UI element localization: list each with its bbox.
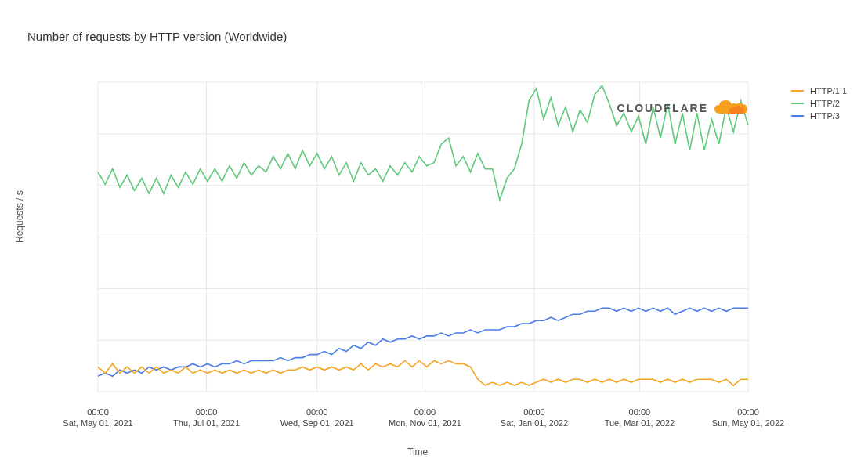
- cloud-icon: [713, 98, 750, 118]
- legend: HTTP/1.1HTTP/2HTTP/3: [791, 86, 847, 124]
- legend-swatch: [791, 115, 804, 117]
- x-tick-label: 00:00Sun, May 01, 2022: [712, 407, 784, 429]
- legend-swatch: [791, 103, 804, 104]
- series-http-3: [98, 308, 748, 376]
- x-tick-label: 00:00Wed, Sep 01, 2021: [280, 407, 354, 429]
- chart-title: Number of requests by HTTP version (Worl…: [27, 30, 287, 43]
- brand-text: CLOUDFLARE: [617, 102, 708, 114]
- plot-area: [74, 70, 756, 403]
- cloudflare-watermark: CLOUDFLARE: [617, 98, 750, 118]
- x-tick-label: 00:00Sat, Jan 01, 2022: [501, 407, 568, 429]
- x-tick-label: 00:00Tue, Mar 01, 2022: [605, 407, 675, 429]
- legend-item: HTTP/2: [791, 99, 847, 108]
- legend-label: HTTP/3: [810, 111, 840, 121]
- chart-page: Number of requests by HTTP version (Worl…: [0, 0, 868, 470]
- legend-item: HTTP/3: [791, 111, 847, 121]
- legend-item: HTTP/1.1: [791, 86, 847, 96]
- x-tick-label: 00:00Thu, Jul 01, 2021: [173, 407, 240, 429]
- legend-label: HTTP/1.1: [810, 86, 847, 96]
- legend-swatch: [791, 90, 804, 92]
- x-axis-label: Time: [407, 446, 428, 457]
- legend-label: HTTP/2: [810, 99, 840, 108]
- x-tick-label: 00:00Sat, May 01, 2021: [63, 407, 132, 429]
- x-axis-ticks: 00:00Sat, May 01, 202100:00Thu, Jul 01, …: [74, 407, 756, 439]
- y-axis-label: Requests / s: [14, 190, 25, 243]
- x-tick-label: 00:00Mon, Nov 01, 2021: [389, 407, 461, 429]
